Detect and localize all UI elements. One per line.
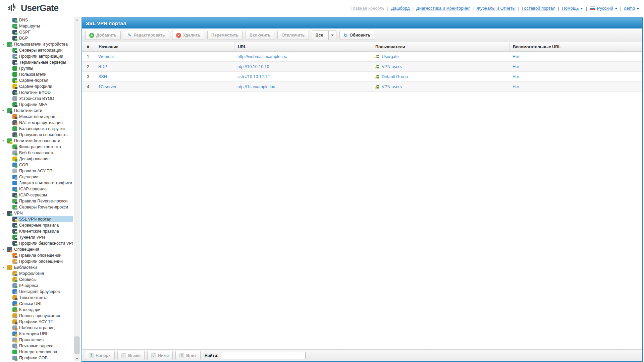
sidebar-scrollbar[interactable]: ▲ ▼ [73, 16, 82, 362]
sidebar-item-ips-profiles[interactable]: Профили СОВ [0, 355, 73, 361]
sidebar-item-label: Маршруты [19, 24, 40, 28]
column-header-number[interactable]: # [82, 42, 95, 51]
sidebar-item-decryption[interactable]: Дешифрование [0, 156, 73, 162]
nav-link-guest-portal[interactable]: Гостевой портал [522, 6, 555, 11]
sidebar-item-notifications[interactable]: ▼Оповещения [0, 246, 73, 252]
move-button[interactable]: Переместить [207, 31, 243, 40]
sidebar-item-useragents[interactable]: Useragent браузеров [0, 289, 73, 295]
sidebar-item-mfa-profiles[interactable]: Профили MFA [0, 102, 73, 108]
move-top-button[interactable]: ⇑Наверх [85, 351, 115, 360]
sidebar-item-groups[interactable]: Группы [0, 65, 73, 71]
sidebar-item-captive-profiles[interactable]: Captive-профили [0, 83, 73, 89]
table-row[interactable]: 41C serverrdp://1c.example.locVPN usersН… [82, 82, 642, 92]
sidebar-item-web-security[interactable]: Веб-безопасность [0, 150, 73, 156]
sidebar-item-url-categories[interactable]: Категории URL [0, 331, 73, 337]
nav-link-language[interactable]: Русский [590, 6, 618, 11]
sidebar-item-routes[interactable]: Маршруты [0, 23, 73, 29]
scrollbar-thumb[interactable] [74, 337, 79, 354]
tree-expand-icon[interactable]: ▼ [2, 140, 7, 142]
sidebar-item-terminal-servers[interactable]: Терминальные серверы [0, 59, 73, 65]
sidebar-item-applications[interactable]: Приложения [0, 337, 73, 343]
scroll-up-icon[interactable]: ▲ [74, 17, 80, 22]
sidebar-item-ssl-vpn-portal[interactable]: SSL VPN портал [0, 216, 73, 222]
sidebar-item-users-and-devices[interactable]: ▼Пользователи и устройства [0, 41, 73, 47]
sidebar-item-firewall[interactable]: Межсетевой экран [0, 114, 73, 120]
sidebar-item-icap-servers[interactable]: ICAP-серверы [0, 192, 73, 198]
find-input[interactable] [221, 352, 306, 359]
sidebar-item-mail-security[interactable]: Защита почтового трафика [0, 180, 73, 186]
scrollbar-track[interactable] [74, 17, 80, 361]
enable-button[interactable]: Включить [246, 31, 274, 40]
nav-link-dashboard[interactable]: Дашборд [391, 6, 410, 11]
sidebar-item-security-policies[interactable]: ▼Политики безопасности [0, 138, 73, 144]
sidebar-item-byod-policies[interactable]: Политики BYOD [0, 89, 73, 96]
tree-expand-icon[interactable]: ▼ [2, 212, 7, 215]
sidebar-item-morphology[interactable]: Морфология [0, 270, 73, 277]
table-row[interactable]: 3SSHssh://10.10.12.12Default GroupНет [82, 72, 642, 82]
nav-link-user-menu[interactable]: demo [624, 6, 639, 11]
edit-button[interactable]: ✎Редактировать [124, 31, 169, 40]
sidebar-item-libraries[interactable]: ▼Библиотеки [0, 264, 73, 270]
sidebar-item-network-policies[interactable]: ▼Политики сети [0, 108, 73, 114]
sidebar-item-phone-numbers[interactable]: Номера телефонов [0, 349, 73, 355]
sidebar-item-notification-profiles[interactable]: Профили оповещений [0, 258, 73, 264]
move-bottom-button[interactable]: ⇓Вниз [175, 351, 200, 360]
column-header-users[interactable]: Пользователи [372, 42, 509, 51]
sidebar-item-page-templates[interactable]: Шаблоны страниц [0, 325, 73, 331]
nav-link-diagnostics-monitoring[interactable]: Диагностика и мониторинг [416, 6, 470, 11]
nav-link-logs-reports[interactable]: Журналы и Отчёты [476, 6, 516, 11]
refresh-button[interactable]: ↻Обновить [339, 31, 374, 40]
sidebar-item-nat-routing[interactable]: NAT и маршрутизация [0, 120, 73, 126]
sidebar-item-reverse-proxy-servers[interactable]: Серверы Reverse-прокси [0, 204, 73, 210]
sidebar-item-client-rules[interactable]: Клиентские правила [0, 228, 73, 234]
sidebar-item-bgp[interactable]: BGP [0, 35, 73, 41]
sidebar-item-vpn-tunnels[interactable]: Туннели VPN [0, 234, 73, 240]
table-row[interactable]: 1Webmailhttp://webmail.example.locUserga… [82, 52, 642, 62]
table-row[interactable]: 2RDPrdp://10.10.10.10VPN usersНет [82, 62, 642, 72]
tree-expand-icon[interactable]: ▼ [2, 266, 7, 269]
sidebar-item-notification-rules[interactable]: Правила оповещений [0, 252, 73, 258]
sidebar-item-scada-rules[interactable]: Правила АСУ ТП [0, 168, 73, 174]
sidebar-item-dns[interactable]: DNS [0, 17, 73, 23]
sidebar-item-bandwidth-pools[interactable]: Полосы пропускания [0, 313, 73, 319]
sidebar-item-ips[interactable]: СОВ [0, 162, 73, 168]
sidebar-item-scenarios[interactable]: Сценарии [0, 174, 73, 180]
delete-button[interactable]: ×Удалить [172, 31, 204, 40]
tree-expand-icon[interactable]: ▼ [2, 248, 7, 251]
nav-link-help[interactable]: Помощь [562, 6, 583, 11]
sidebar-item-icap-rules[interactable]: ICAP-правила [0, 186, 73, 192]
move-up-button[interactable]: ↑Выше [117, 351, 145, 360]
sidebar-item-bandwidth[interactable]: Пропускная способность [0, 132, 73, 138]
sidebar-item-content-types[interactable]: Типы контента [0, 295, 73, 301]
add-button[interactable]: +Добавить [85, 31, 121, 40]
sidebar-item-reverse-proxy-rules[interactable]: Правила Reverse-прокси [0, 198, 73, 204]
column-header-auxiliary-urls[interactable]: Вспомогательные URL [509, 42, 642, 51]
column-header-name[interactable]: Название [95, 42, 234, 51]
sidebar-item-auth-profiles[interactable]: Профили авторизации [0, 53, 73, 59]
sidebar-item-vpn[interactable]: ▼VPN [0, 210, 73, 216]
sidebar-item-content-filtering[interactable]: Фильтрация контента [0, 144, 73, 150]
sidebar-item-users[interactable]: Пользователи [0, 71, 73, 77]
tree-expand-icon[interactable]: ▼ [2, 110, 7, 112]
chevron-down-icon[interactable] [328, 31, 336, 40]
sidebar-item-scada-profiles[interactable]: Профили АСУ ТП [0, 319, 73, 325]
sidebar-item-load-balancing[interactable]: Балансировка нагрузки [0, 126, 73, 132]
disable-button[interactable]: Отключить [277, 31, 309, 40]
column-header-url[interactable]: URL [234, 42, 372, 51]
scroll-down-icon[interactable]: ▼ [74, 356, 80, 361]
sidebar-item-email-addresses[interactable]: Почтовые адреса [0, 343, 73, 349]
sidebar-item-captive-portal[interactable]: Captive-портал [0, 77, 73, 83]
sidebar-item-url-lists[interactable]: Списки URL [0, 301, 73, 307]
nav-link-main-console[interactable]: Главная консоль [351, 6, 384, 11]
sidebar-item-vpn-security-profiles[interactable]: Профили безопасности VPN [0, 240, 73, 246]
tree-expand-icon[interactable]: ▼ [2, 43, 7, 46]
sidebar-item-ospf[interactable]: OSPF [0, 29, 73, 35]
sidebar-item-calendars[interactable]: Календари [0, 307, 73, 313]
move-down-button[interactable]: ↓Ниже [147, 351, 173, 360]
sidebar-item-server-rules[interactable]: Серверные правила [0, 222, 73, 228]
sidebar-item-auth-servers[interactable]: Серверы авторизации [0, 47, 73, 53]
sidebar-item-ip-addresses[interactable]: IP-адреса [0, 283, 73, 289]
sidebar-item-services[interactable]: Сервисы [0, 277, 73, 283]
filter-all-button[interactable]: Все [312, 31, 337, 40]
sidebar-item-byod-devices[interactable]: Устройства BYOD [0, 96, 73, 102]
